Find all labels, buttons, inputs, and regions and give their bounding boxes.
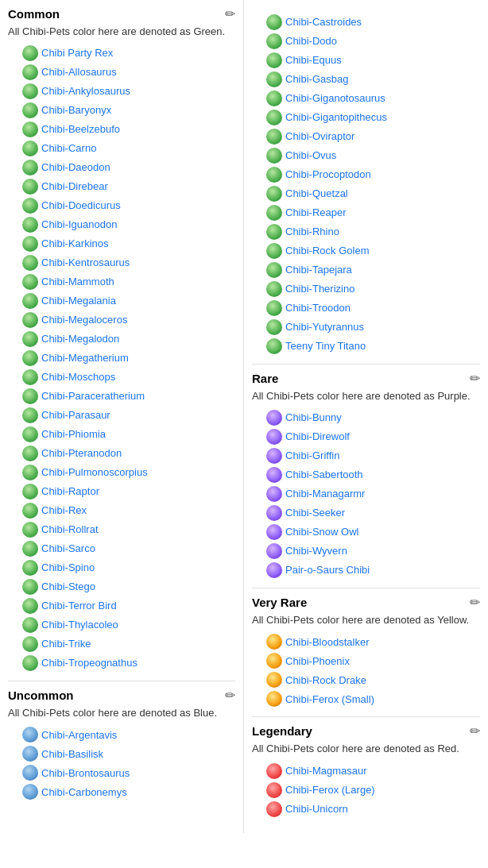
list-item: Chibi-Tropeognathus: [22, 654, 235, 673]
pet-icon: [266, 91, 282, 106]
pet-name: Chibi-Ovus: [285, 148, 336, 164]
pet-icon: [22, 255, 38, 271]
right-column: Chibi-Castroides Chibi-Dodo Chibi-Equus …: [244, 0, 488, 833]
list-item: Chibi-Ferox (Large): [266, 781, 480, 800]
list-item: Chibi-Iguanodon: [22, 215, 235, 234]
list-item: Chibi-Terror Bird: [22, 596, 235, 615]
list-item: Chibi-Magmasaur: [266, 762, 480, 781]
list-item: Chibi-Megalania: [22, 291, 235, 311]
pet-icon: [266, 148, 282, 164]
pet-name: Chibi-Direwolf: [285, 429, 350, 445]
pet-name: Chibi-Mammoth: [41, 274, 114, 290]
pet-icon: [22, 465, 38, 480]
pet-icon: [22, 541, 38, 557]
pet-icon: [266, 410, 282, 426]
pet-name: Chibi-Ferox (Small): [285, 692, 374, 708]
pet-icon: [266, 262, 282, 278]
pet-icon: [22, 369, 38, 385]
pet-icon: [266, 782, 282, 798]
pet-name: Chibi-Dodo: [285, 33, 337, 49]
common-edit-icon[interactable]: ✏: [225, 6, 235, 21]
list-item: Chibi-Phoenix: [266, 651, 480, 670]
list-item: Chibi-Managarmr: [266, 484, 480, 503]
pet-icon: [22, 560, 38, 576]
pet-name: Chibi-Allosaurus: [41, 64, 117, 80]
list-item: Chibi-Carno: [22, 139, 235, 158]
pet-icon: [266, 524, 282, 540]
list-item: Chibi-Ankylosaurus: [22, 82, 235, 101]
list-item: Chibi-Seeker: [266, 503, 480, 523]
list-item: Chibi-Ovus: [266, 146, 480, 165]
common-desc: All Chibi-Pets color here are denoted as…: [8, 25, 235, 39]
list-item: Chibi-Troodon: [266, 299, 480, 318]
pet-name: Chibi-Sarco: [41, 541, 95, 557]
pet-name: Chibi-Yutyrannus: [285, 319, 364, 335]
pet-icon: [266, 300, 282, 316]
pet-icon: [22, 446, 38, 461]
pet-icon: [266, 167, 282, 183]
list-item: Chibi-Rock Golem: [266, 241, 480, 260]
pet-name: Chibi-Iguanodon: [41, 217, 117, 233]
pet-icon: [266, 14, 282, 30]
pet-name: Chibi-Baryonyx: [41, 102, 111, 118]
very-rare-desc: All Chibi-Pets color here are denoted as…: [252, 613, 480, 627]
uncommon-desc: All Chibi-Pets color here are denoted as…: [8, 706, 235, 720]
very-rare-edit-icon[interactable]: ✏: [470, 595, 480, 610]
pet-icon: [22, 388, 38, 404]
list-item: Chibi-Parasaur: [22, 406, 235, 425]
common-header: Common ✏: [8, 6, 235, 21]
common-pet-list: Chibi Party Rex Chibi-Allosaurus Chibi-A…: [8, 44, 235, 673]
list-item: Chibi-Sarco: [22, 539, 235, 558]
pet-name: Chibi-Terror Bird: [41, 598, 117, 614]
pet-icon: [266, 634, 282, 650]
list-item: Chibi-Oviraptor: [266, 127, 480, 146]
pet-name: Chibi Party Rex: [41, 45, 113, 61]
rare-edit-icon[interactable]: ✏: [470, 371, 480, 386]
pet-name: Chibi-Rock Drake: [285, 673, 366, 689]
list-item: Chibi-Bloodstalker: [266, 632, 480, 651]
pet-icon: [22, 746, 38, 762]
pet-name: Chibi-Rollrat: [41, 522, 99, 538]
pet-name: Chibi-Parasaur: [41, 407, 110, 423]
pet-icon: [22, 198, 38, 214]
pet-icon: [22, 217, 38, 233]
divider: [8, 681, 235, 681]
uncommon-edit-icon[interactable]: ✏: [225, 688, 235, 703]
pet-icon: [22, 579, 38, 595]
list-item: Chibi-Thylacoleo: [22, 615, 235, 635]
pet-name: Chibi-Gasbag: [285, 71, 349, 87]
pet-icon: [22, 522, 38, 538]
pet-icon: [22, 45, 38, 61]
pet-name: Chibi-Basilisk: [41, 746, 103, 762]
pet-name: Chibi-Gigantopithecus: [285, 110, 387, 125]
pet-icon: [266, 186, 282, 202]
rare-desc: All Chibi-Pets color here are denoted as…: [252, 389, 480, 403]
pet-name: Chibi-Castroides: [285, 14, 362, 30]
pet-icon: [266, 448, 282, 464]
pet-name: Chibi-Carno: [41, 141, 96, 156]
pet-icon: [22, 274, 38, 290]
pet-name: Chibi-Raptor: [41, 484, 99, 500]
uncommon-header: Uncommon ✏: [8, 688, 235, 703]
legendary-edit-icon[interactable]: ✏: [470, 723, 480, 739]
very-rare-header: Very Rare ✏: [252, 595, 480, 610]
list-item: Chibi-Snow Owl: [266, 523, 480, 542]
list-item: Chibi-Wyvern: [266, 542, 480, 561]
rare-pet-list: Chibi-Bunny Chibi-Direwolf Chibi-Griffin…: [252, 408, 480, 580]
list-item: Chibi-Sabertooth: [266, 465, 480, 484]
pet-icon: [22, 784, 38, 800]
pet-name: Chibi-Spino: [41, 560, 95, 576]
pet-icon: [266, 653, 282, 669]
pet-icon: [22, 102, 38, 118]
pet-icon: [22, 765, 38, 781]
pet-icon: [22, 503, 38, 519]
legendary-header: Legendary ✏: [252, 723, 480, 739]
list-item: Chibi-Daeodon: [22, 158, 235, 177]
pet-name: Chibi-Doedicurus: [41, 198, 121, 214]
list-item: Chibi-Kentrosaurus: [22, 253, 235, 272]
pet-name: Chibi-Magmasaur: [285, 763, 367, 779]
pet-icon: [266, 243, 282, 259]
pet-name: Chibi-Snow Owl: [285, 524, 358, 540]
legendary-pet-list: Chibi-Magmasaur Chibi-Ferox (Large) Chib…: [252, 762, 480, 819]
list-item: Chibi-Megalodon: [22, 330, 235, 349]
